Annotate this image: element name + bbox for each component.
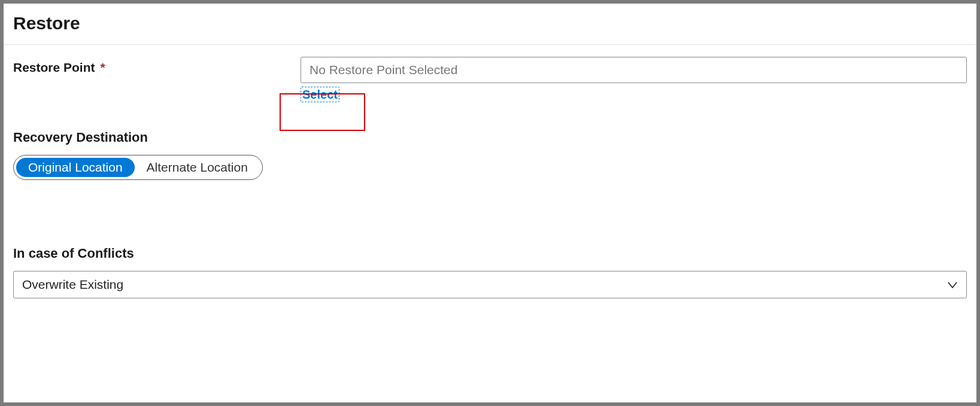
conflicts-select-wrap: Overwrite Existing: [13, 271, 967, 298]
restore-point-label: Restore Point *: [13, 57, 301, 75]
alternate-location-toggle[interactable]: Alternate Location: [135, 158, 260, 177]
content-area: Restore Point * Select Recovery Destinat…: [4, 45, 976, 310]
recovery-destination-label: Recovery Destination: [13, 130, 967, 145]
page-title: Restore: [13, 13, 967, 33]
restore-point-row: Restore Point * Select: [13, 57, 967, 102]
select-restore-point-button[interactable]: Select: [301, 87, 339, 102]
required-indicator: *: [100, 60, 105, 74]
original-location-toggle[interactable]: Original Location: [16, 158, 135, 177]
conflicts-label: In case of Conflicts: [13, 246, 967, 261]
panel-header: Restore: [4, 4, 976, 45]
conflicts-selected-value: Overwrite Existing: [22, 277, 123, 292]
restore-point-label-text: Restore Point: [13, 60, 95, 74]
restore-point-input[interactable]: [301, 57, 967, 83]
conflicts-select[interactable]: Overwrite Existing: [13, 271, 967, 298]
restore-point-body: Select: [301, 57, 967, 102]
recovery-destination-toggle: Original Location Alternate Location: [13, 155, 263, 180]
